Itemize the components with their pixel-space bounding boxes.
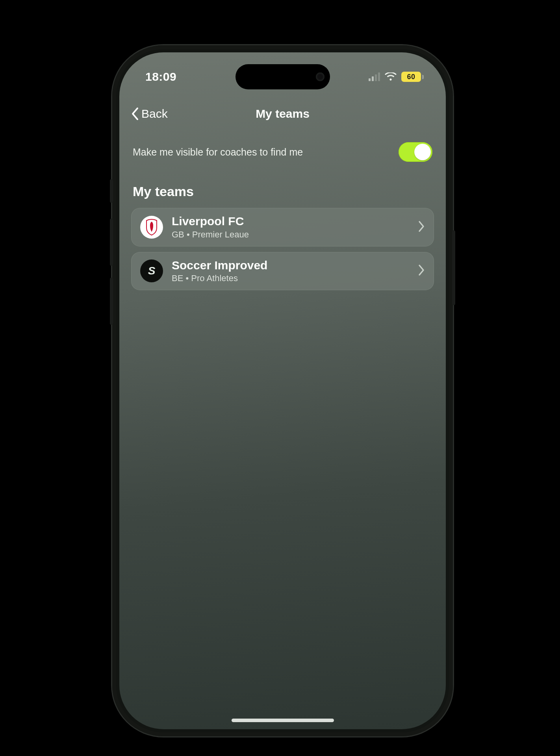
side-button-power <box>452 230 455 305</box>
cellular-icon <box>369 72 380 81</box>
back-label: Back <box>141 107 168 120</box>
battery-tip <box>422 75 424 79</box>
content: Make me visible for coaches to find me M… <box>119 135 446 290</box>
phone-frame: 18:09 60 Back My teams <box>112 45 453 736</box>
chevron-right-icon <box>418 264 425 278</box>
team-logo: S <box>140 259 163 282</box>
liverpool-crest-icon <box>145 219 158 236</box>
team-logo-letter: S <box>148 265 156 277</box>
chevron-left-icon <box>130 107 139 120</box>
side-button-silence <box>110 179 113 203</box>
status-time: 18:09 <box>145 70 176 83</box>
team-text: Soccer Improved BE • Pro Athletes <box>172 259 409 284</box>
team-row[interactable]: S Soccer Improved BE • Pro Athletes <box>131 252 434 291</box>
home-indicator[interactable] <box>232 719 334 722</box>
team-logo <box>140 216 163 239</box>
visibility-toggle[interactable] <box>399 142 432 162</box>
chevron-right-icon <box>418 220 425 234</box>
team-sub: BE • Pro Athletes <box>172 273 409 284</box>
nav-bar: Back My teams <box>119 100 446 128</box>
wifi-icon <box>385 72 397 81</box>
status-right: 60 <box>369 72 424 82</box>
page-title: My teams <box>256 107 310 120</box>
status-bar: 18:09 60 <box>119 66 446 88</box>
back-button[interactable]: Back <box>130 107 168 120</box>
visibility-label: Make me visible for coaches to find me <box>133 146 303 158</box>
screen: 18:09 60 Back My teams <box>119 52 446 729</box>
side-button-vol-up <box>110 219 113 266</box>
stage: 18:09 60 Back My teams <box>0 0 560 756</box>
team-name: Soccer Improved <box>172 259 409 272</box>
team-row[interactable]: Liverpool FC GB • Premier Leaue <box>131 208 434 246</box>
battery-level: 60 <box>401 72 421 82</box>
visibility-row: Make me visible for coaches to find me <box>131 135 434 166</box>
teams-list: Liverpool FC GB • Premier Leaue S Soccer… <box>131 208 434 290</box>
section-heading: My teams <box>133 184 432 199</box>
side-button-vol-down <box>110 278 113 325</box>
battery-indicator: 60 <box>401 72 424 82</box>
team-name: Liverpool FC <box>172 215 409 228</box>
team-text: Liverpool FC GB • Premier Leaue <box>172 215 409 240</box>
team-sub: GB • Premier Leaue <box>172 230 409 240</box>
